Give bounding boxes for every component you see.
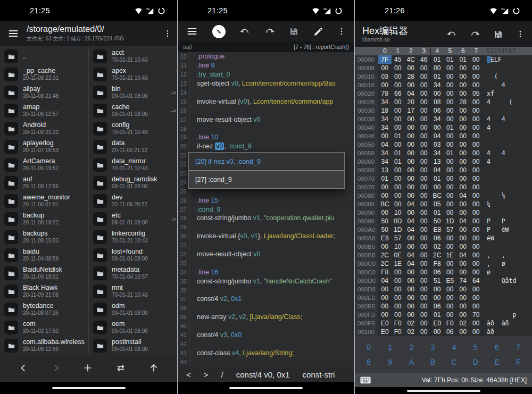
hex-byte[interactable]: 2C — [378, 251, 392, 259]
hex-byte[interactable]: 04 — [404, 225, 418, 234]
hex-byte[interactable]: 00 — [444, 64, 457, 72]
symbol-item[interactable]: const-stri — [303, 370, 335, 379]
hex-byte[interactable]: F8 — [378, 268, 392, 276]
file-list-item[interactable]: alipay20-11-08 21:48 — [0, 83, 88, 102]
hex-byte[interactable]: 00 — [392, 98, 405, 106]
hex-byte[interactable]: 00 — [404, 81, 418, 89]
file-list-item[interactable]: linkerconfig70-01-21 10:43 — [89, 228, 177, 246]
hex-byte[interactable]: 00 — [392, 115, 405, 123]
hex-key-E[interactable]: E — [486, 358, 508, 366]
hex-byte[interactable]: 00 — [418, 123, 431, 132]
hex-byte[interactable]: 18 — [378, 106, 392, 115]
hex-byte[interactable]: 00 — [418, 140, 431, 149]
code-editor-area[interactable]: 10.prologue11.line 912:try_start_013sget… — [178, 52, 354, 367]
hex-byte[interactable]: 00 — [456, 225, 470, 234]
hex-byte[interactable]: 00 — [444, 311, 457, 319]
hex-byte[interactable]: 00 — [470, 140, 483, 149]
file-list-item[interactable]: backup20-11-08 19:22 — [0, 210, 88, 228]
hex-byte[interactable]: 00 — [456, 81, 470, 89]
hex-byte[interactable]: 78 — [378, 89, 392, 98]
gesture-handle[interactable] — [52, 387, 126, 389]
hex-byte[interactable]: 04 — [404, 200, 418, 208]
hex-byte[interactable]: 00 — [418, 174, 431, 183]
hex-byte[interactable]: 00 — [470, 174, 483, 183]
hex-byte[interactable]: 00 — [418, 319, 431, 328]
hex-byte[interactable]: 00 — [404, 157, 418, 166]
hex-byte[interactable]: 00 — [392, 200, 405, 208]
hex-byte[interactable]: 00 — [444, 191, 457, 200]
hex-byte[interactable]: 00 — [444, 302, 457, 311]
hex-byte[interactable]: 00 — [404, 183, 418, 191]
hex-byte[interactable]: F0 — [392, 319, 405, 328]
hex-byte[interactable]: 00 — [418, 157, 431, 166]
hex-byte[interactable]: 00 — [470, 132, 483, 140]
hex-byte[interactable]: 00 — [378, 64, 392, 72]
menu-button[interactable] — [7, 28, 19, 39]
hex-byte[interactable]: 64 — [470, 276, 483, 285]
hex-byte[interactable]: 70 — [470, 311, 483, 319]
file-list-item[interactable]: .. — [0, 47, 88, 65]
forward-button[interactable] — [50, 362, 62, 374]
hex-byte[interactable]: 01 — [430, 208, 444, 217]
hex-byte[interactable]: 00 — [392, 166, 405, 174]
hex-byte[interactable]: 04 — [404, 251, 418, 259]
hex-byte[interactable]: 04 — [456, 251, 470, 259]
code-line[interactable]: 13sget-object v0, Lcom/tencent/common/ap… — [178, 79, 354, 88]
hex-byte[interactable]: 03 — [378, 72, 392, 81]
hex-byte[interactable]: 00 — [444, 174, 457, 183]
hex-byte[interactable]: 00 — [404, 285, 418, 294]
hex-byte[interactable]: 00 — [470, 242, 483, 251]
gesture-handle[interactable] — [407, 390, 480, 392]
hex-byte[interactable]: BC — [378, 200, 392, 208]
hex-byte[interactable]: 00 — [470, 319, 483, 328]
hex-byte[interactable]: 00 — [456, 328, 470, 336]
hex-byte[interactable]: 34 — [378, 157, 392, 166]
file-list-item[interactable]: aplayerlog20-11-07 18:53 — [0, 138, 88, 156]
hex-byte[interactable]: 00 — [418, 294, 431, 302]
hex-byte[interactable]: 00 — [456, 72, 470, 81]
hex-byte[interactable]: 04 — [404, 259, 418, 268]
hex-byte[interactable]: 00 — [470, 268, 483, 276]
hex-byte[interactable]: 00 — [456, 123, 470, 132]
hex-byte[interactable]: 00 — [418, 276, 431, 285]
hex-key-9[interactable]: 9 — [379, 358, 401, 366]
file-list-item[interactable]: config70-01-21 10:43 — [89, 120, 177, 138]
popup-item-current[interactable]: [20] if-nez v0, :cond_9 — [189, 153, 344, 170]
hex-byte[interactable]: 00 — [418, 89, 431, 98]
hex-byte[interactable]: 00 — [444, 115, 457, 123]
file-list-item[interactable]: bin09-01-01 08:00-> — [89, 83, 177, 102]
navigate-button[interactable] — [212, 25, 226, 38]
hex-byte[interactable]: 00 — [378, 285, 392, 294]
gesture-handle[interactable] — [229, 387, 303, 389]
hex-byte[interactable]: 00 — [418, 64, 431, 72]
hex-byte[interactable]: E0 — [430, 319, 444, 328]
code-line[interactable]: 40 — [178, 322, 354, 331]
hex-byte[interactable]: 00 — [430, 64, 444, 72]
file-list-item[interactable]: data_mirror70-01-21 10:43 — [89, 156, 177, 174]
hex-byte[interactable]: 57 — [444, 225, 457, 234]
hex-byte[interactable]: 00 — [418, 183, 431, 191]
hex-byte[interactable]: 04 — [404, 217, 418, 225]
hex-byte[interactable]: 00 — [444, 268, 457, 276]
hex-byte[interactable]: F0 — [444, 319, 457, 328]
code-line[interactable]: 37const/4 v2, 0x1 — [178, 295, 354, 304]
hex-byte[interactable]: 00 — [418, 72, 431, 81]
file-list-item[interactable]: data20-11-09 21:12 — [89, 138, 177, 156]
hex-key-A[interactable]: A — [401, 358, 422, 366]
file-list-item[interactable]: oem09-01-01 08:00 — [89, 318, 177, 337]
hex-byte[interactable]: E5 — [444, 276, 457, 285]
hex-byte[interactable]: 00 — [444, 72, 457, 81]
hex-byte[interactable]: 1E — [392, 259, 405, 268]
hex-byte[interactable]: 00 — [456, 311, 470, 319]
hex-byte[interactable]: 00 — [404, 302, 418, 311]
hex-byte[interactable]: 00 — [418, 234, 431, 242]
hex-byte[interactable]: 00 — [418, 285, 431, 294]
hex-byte[interactable]: 00 — [456, 242, 470, 251]
code-line[interactable]: 31 — [178, 241, 354, 250]
file-list-item[interactable]: cache09-01-01 08:00-> — [89, 102, 177, 120]
file-list-item[interactable]: metadata70-01-04 10:57 — [89, 264, 177, 282]
hex-byte[interactable]: 00 — [444, 166, 457, 174]
hex-byte[interactable]: 00 — [392, 123, 405, 132]
hex-byte[interactable]: 00 — [470, 294, 483, 302]
hex-byte[interactable]: 00 — [470, 149, 483, 157]
